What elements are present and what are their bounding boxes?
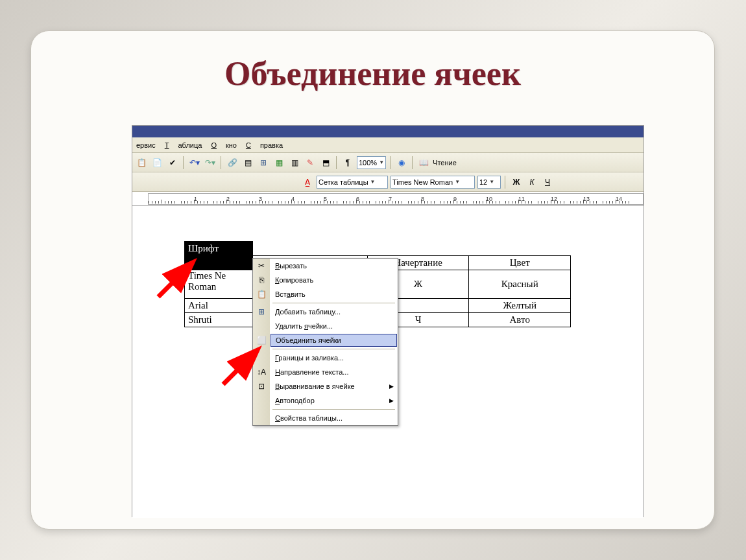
menu-window[interactable]: Окно (211, 141, 237, 149)
chevron-down-icon: ▼ (379, 159, 384, 165)
ctx-insert-table[interactable]: ⊞ Добавить таблицу... (253, 305, 398, 319)
insert-table-icon[interactable]: ⊞ (257, 156, 270, 169)
cut-icon: ✂ (253, 259, 270, 273)
horizontal-ruler[interactable]: 1234567891011121314 (132, 192, 644, 206)
show-formatting-icon[interactable]: ¶ (341, 156, 354, 169)
underline-button[interactable]: Ч (541, 176, 554, 189)
document-map-icon[interactable]: ⬒ (319, 156, 332, 169)
annotation-arrow-1 (152, 258, 204, 303)
paste-icon[interactable]: 📋 (135, 156, 148, 169)
size-value: 12 (479, 178, 487, 186)
blank-icon (253, 393, 270, 408)
slide-frame: Объединение ячеек ервис Таблица Окно Спр… (30, 30, 715, 530)
table-cell[interactable]: Shruti (185, 313, 253, 327)
formatting-toolbar: A̲ Сетка таблицы ▼ Times New Roman ▼ 12 … (132, 172, 644, 192)
font-combo[interactable]: Times New Roman ▼ (391, 176, 475, 189)
ctx-delete-cells[interactable]: Удалить ячейки... (253, 319, 398, 333)
separator (412, 156, 413, 169)
menubar[interactable]: ервис Таблица Окно Справка (132, 137, 644, 153)
menu-help[interactable]: Справка (246, 141, 283, 149)
copy-icon: ⎘ (253, 273, 270, 287)
standard-toolbar: 📋 📄 ✔ ↶▾ ↷▾ 🔗 ▤ ⊞ ▦ ▥ ✎ ⬒ ¶ 100% ▼ ◉ 📖 Ч… (132, 153, 644, 172)
drawing-icon[interactable]: ✎ (304, 156, 317, 169)
separator (336, 156, 337, 169)
ctx-copy[interactable]: ⎘ Копировать (253, 273, 398, 287)
bold-button[interactable]: Ж (510, 176, 523, 189)
italic-button[interactable]: К (525, 176, 538, 189)
annotation-arrow-2 (217, 345, 269, 391)
clipboard-tool-icon[interactable]: 📄 (150, 156, 163, 169)
document-area[interactable]: Шрифт Размер Начертание Цвет Times NeRom… (132, 206, 644, 518)
submenu-arrow-icon: ▶ (389, 383, 394, 390)
ctx-merge-cells[interactable]: ⬜ Объединить ячейки (253, 333, 398, 347)
empty-cell[interactable] (253, 242, 571, 256)
style-value: Сетка таблицы (319, 178, 368, 186)
help-icon[interactable]: ◉ (395, 156, 408, 169)
svg-line-3 (223, 352, 256, 384)
hyperlink-icon[interactable]: 🔗 (226, 156, 239, 169)
selected-cell[interactable]: Шрифт (185, 242, 253, 256)
menu-service[interactable]: ервис (136, 141, 156, 149)
table-icon: ⊞ (253, 305, 270, 319)
ctx-text-direction[interactable]: ↕A Направление текста... (253, 365, 398, 379)
separator (183, 156, 184, 169)
columns-icon[interactable]: ▥ (288, 156, 301, 169)
submenu-arrow-icon: ▶ (389, 397, 394, 404)
reading-button[interactable]: Чтение (433, 159, 457, 167)
slide-title: Объединение ячеек (31, 54, 714, 93)
blank-icon (253, 319, 270, 333)
reading-layout-icon[interactable]: 📖 (417, 156, 430, 169)
header-cell[interactable]: Цвет (469, 256, 571, 270)
font-value: Times New Roman (392, 178, 453, 186)
chevron-down-icon: ▼ (370, 179, 376, 185)
ctx-paste[interactable]: 📋 Вставить (253, 287, 398, 301)
undo-icon[interactable]: ↶▾ (188, 156, 201, 169)
insert-excel-icon[interactable]: ▦ (272, 156, 285, 169)
separator (390, 156, 391, 169)
zoom-combo[interactable]: 100% ▼ (357, 156, 386, 169)
ruler-track: 1234567891011121314 (148, 193, 644, 205)
table-row[interactable]: Шрифт (185, 242, 571, 256)
separator (221, 156, 222, 169)
ctx-autofit[interactable]: Автоподбор ▶ (253, 393, 398, 408)
redo-icon[interactable]: ↷▾ (204, 156, 217, 169)
size-combo[interactable]: 12 ▼ (477, 176, 501, 189)
title-bar (132, 126, 644, 137)
chevron-down-icon: ▼ (455, 179, 460, 185)
font-color-icon[interactable]: A̲ (301, 176, 314, 189)
separator (505, 176, 506, 189)
table-cell[interactable]: Красный (469, 270, 571, 299)
blank-icon (253, 411, 270, 425)
chevron-down-icon: ▼ (489, 179, 494, 185)
tables-borders-icon[interactable]: ▤ (241, 156, 254, 169)
ctx-cell-alignment[interactable]: ⊡ Выравнивание в ячейке ▶ (253, 379, 398, 393)
zoom-value: 100% (359, 159, 377, 167)
ctx-cut[interactable]: ✂ Вырезать (253, 259, 398, 273)
style-combo[interactable]: Сетка таблицы ▼ (317, 176, 388, 189)
ctx-table-properties[interactable]: Свойства таблицы... (253, 411, 398, 425)
format-painter-icon[interactable]: ✔ (166, 156, 179, 169)
svg-line-1 (158, 264, 191, 297)
paste-icon: 📋 (253, 287, 270, 301)
ctx-borders-shading[interactable]: Границы и заливка... (253, 351, 398, 365)
table-cell[interactable]: Авто (469, 313, 571, 327)
menu-table[interactable]: Таблица (165, 141, 202, 149)
context-menu[interactable]: ✂ Вырезать ⎘ Копировать 📋 Вставить ⊞ Доб… (252, 258, 398, 426)
word-screenshot: ервис Таблица Окно Справка 📋 📄 ✔ ↶▾ ↷▾ 🔗… (132, 125, 644, 517)
table-cell[interactable]: Желтый (469, 299, 571, 313)
